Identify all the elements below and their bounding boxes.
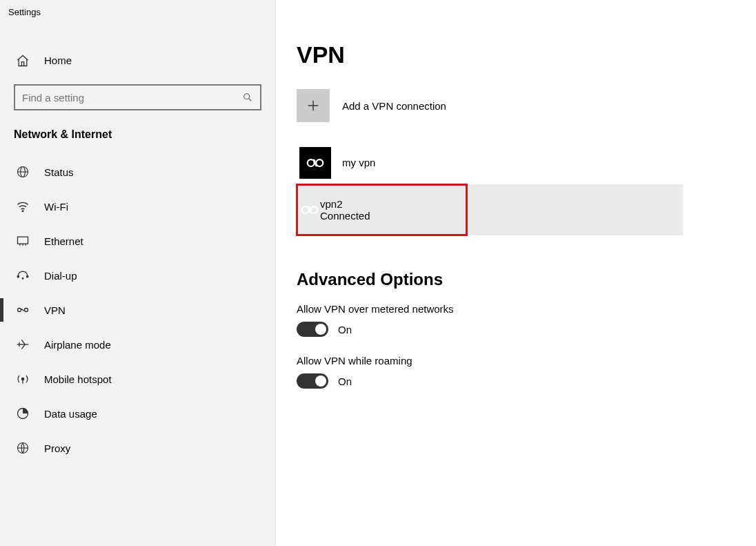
hotspot-icon <box>14 372 32 386</box>
svg-point-25 <box>310 206 317 213</box>
svg-point-15 <box>21 378 23 380</box>
vpn-connection-text: my vpn <box>342 156 375 170</box>
content: VPN Add a VPN connection my vpn <box>276 0 756 546</box>
home-nav[interactable]: Home <box>0 45 275 76</box>
sidebar-item-airplane[interactable]: Airplane mode <box>0 327 275 362</box>
sidebar-item-label: Ethernet <box>44 235 83 247</box>
sidebar-item-label: Dial-up <box>44 270 77 282</box>
option-label: Allow VPN over metered networks <box>297 303 756 315</box>
sidebar-section-title: Network & Internet <box>0 123 275 155</box>
roaming-toggle[interactable] <box>297 373 328 389</box>
add-vpn-button[interactable]: Add a VPN connection <box>297 89 756 122</box>
svg-point-11 <box>27 276 28 277</box>
sidebar-item-wifi[interactable]: Wi-Fi <box>0 189 275 224</box>
sidebar-item-hotspot[interactable]: Mobile hotspot <box>0 362 275 396</box>
sidebar-item-label: Wi-Fi <box>44 201 68 213</box>
sidebar-item-label: Mobile hotspot <box>44 373 112 385</box>
svg-point-22 <box>308 159 315 166</box>
svg-point-24 <box>302 206 309 213</box>
svg-point-10 <box>17 276 19 277</box>
metered-toggle[interactable] <box>297 322 328 337</box>
window-title: Settings <box>0 4 275 31</box>
vpn-connection-icon <box>299 147 331 179</box>
sidebar-item-ethernet[interactable]: Ethernet <box>0 224 275 258</box>
sidebar-item-label: Airplane mode <box>44 339 111 351</box>
advanced-options-title: Advanced Options <box>297 270 756 289</box>
sidebar-item-label: Proxy <box>44 442 70 454</box>
dialup-icon <box>14 269 32 282</box>
airplane-icon <box>14 338 32 351</box>
option-label: Allow VPN while roaming <box>297 355 756 367</box>
search-input[interactable] <box>14 84 261 110</box>
sidebar-item-vpn[interactable]: VPN <box>0 293 275 327</box>
globe-icon <box>14 165 32 179</box>
svg-point-5 <box>22 211 23 212</box>
sidebar-item-datausage[interactable]: Data usage <box>0 396 275 431</box>
vpn-connection-name: vpn2 <box>320 198 370 210</box>
vpn-connection-status: Connected <box>320 210 370 222</box>
vpn-icon <box>14 303 32 317</box>
sidebar-item-dialup[interactable]: Dial-up <box>0 258 275 293</box>
plus-icon <box>297 89 330 122</box>
svg-point-23 <box>316 159 323 166</box>
sidebar-item-label: Status <box>44 166 74 178</box>
sidebar-item-label: Data usage <box>44 408 97 420</box>
vpn-connection-text: vpn2 Connected <box>320 198 370 222</box>
svg-point-0 <box>244 94 250 99</box>
svg-rect-6 <box>18 237 28 244</box>
svg-point-14 <box>25 309 28 312</box>
toggle-state: On <box>338 376 352 387</box>
svg-point-12 <box>22 277 23 279</box>
vpn-connection-icon <box>299 199 320 220</box>
vpn-connection-name: my vpn <box>342 156 375 170</box>
wifi-icon <box>14 199 32 213</box>
page-title: VPN <box>297 41 756 68</box>
search-icon <box>242 92 253 103</box>
ethernet-icon <box>14 234 32 248</box>
sidebar-item-label: VPN <box>44 304 66 316</box>
svg-point-13 <box>18 309 21 312</box>
vpn-connection-selected[interactable]: vpn2 Connected <box>297 184 683 235</box>
sidebar-item-status[interactable]: Status <box>0 155 275 189</box>
add-vpn-label: Add a VPN connection <box>342 100 446 112</box>
search-wrap <box>14 84 261 110</box>
toggle-state: On <box>338 324 352 335</box>
sidebar: Settings Home Network & Internet Status <box>0 0 276 546</box>
home-label: Home <box>44 55 72 66</box>
sidebar-item-proxy[interactable]: Proxy <box>0 431 275 465</box>
proxy-icon <box>14 441 32 455</box>
datausage-icon <box>14 407 32 420</box>
svg-line-1 <box>249 99 252 101</box>
vpn-connection[interactable]: my vpn <box>297 142 683 184</box>
home-icon <box>14 54 32 68</box>
